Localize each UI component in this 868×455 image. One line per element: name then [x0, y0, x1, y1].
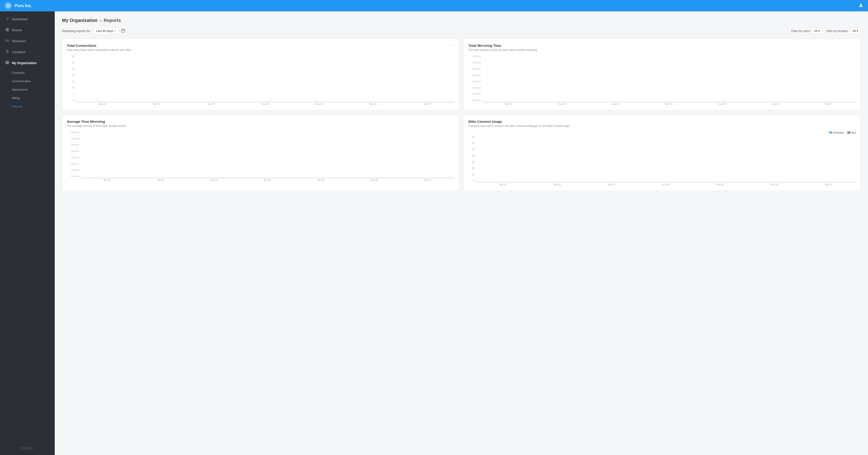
legend-app: App	[847, 131, 856, 134]
chart-total-mirroring-title: Total Mirroring Time	[468, 44, 537, 48]
y-axis-ditto: 0 10 20 30 40 50 60 70	[468, 136, 476, 182]
dashboard-icon	[5, 17, 9, 22]
chart-total-mirroring-area: 00:00:00 00:00:05 00:00:10 00:00:15 00:0…	[468, 55, 856, 106]
app-title: Pura Inc.	[14, 3, 32, 8]
sidebar-nav: Dashboard Rooms Receivers	[0, 11, 55, 442]
bar-group-ditto-6	[747, 181, 802, 182]
sidebar-subnav: Company Customization Deployment Billing…	[0, 68, 55, 111]
sidebar-item-locations[interactable]: Locations	[0, 47, 55, 57]
sidebar-item-receivers[interactable]: Receivers	[0, 36, 55, 47]
toolbar-left: Displaying reports for: Last 90 Days ▾	[62, 28, 125, 34]
app-logo	[5, 2, 12, 9]
svg-rect-8	[7, 30, 9, 31]
chart-ditto-connect-title: Ditto Connect Usage	[468, 120, 570, 123]
chart-ditto-connect-area: 0 10 20 30 40 50 60 70	[468, 136, 856, 186]
chart-total-connections-subtitle: How many times users connected a device …	[67, 48, 131, 52]
filter-location-chevron: ▾	[857, 29, 858, 33]
y-axis-mirroring: 00:00:00 00:00:05 00:00:10 00:00:15 00:0…	[468, 55, 482, 102]
chart-ditto-connect-header: Ditto Connect Usage Compare how users co…	[468, 120, 856, 131]
chart-avg-mirroring-subtitle: The average amount of time each session …	[67, 124, 126, 127]
bar-chart-ditto: 0 10 20 30 40 50 60 70	[468, 136, 856, 186]
bar-group-ditto-2	[530, 181, 584, 182]
filter-room-label: Filter by room:	[792, 29, 810, 33]
breadcrumb-current: Reports	[104, 18, 121, 23]
x-labels-mirroring: Nov 01 Nov 02 Nov 03 Nov 04 Nov 05 Nov 0…	[482, 103, 856, 106]
sidebar-subitem-customization[interactable]: Customization	[0, 77, 55, 85]
toolbar: Displaying reports for: Last 90 Days ▾	[62, 28, 861, 34]
chevron-down-icon: ▾	[115, 30, 116, 32]
bars-connections	[76, 101, 454, 102]
chart-total-connections-area: 0 5 10 15 20 25 30 35	[67, 55, 454, 106]
topbar: Pura Inc.	[0, 0, 868, 11]
sidebar-subitem-reports[interactable]: Reports	[0, 102, 55, 111]
bar-group-ditto-1	[476, 181, 530, 182]
locations-icon	[5, 50, 9, 54]
filter-room-group: Filter by room: All ▾	[792, 28, 823, 34]
legend-app-dot	[847, 132, 850, 134]
chart-total-mirroring: Total Mirroring Time The total amount of…	[464, 39, 861, 110]
sidebar-item-rooms[interactable]: Rooms	[0, 25, 55, 36]
calendar-icon[interactable]	[121, 29, 125, 33]
svg-rect-6	[7, 28, 9, 29]
ditto-logo-text: Ditto®	[21, 446, 33, 450]
bar-group-ditto-5	[693, 181, 747, 182]
svg-point-4	[6, 18, 9, 20]
sidebar-item-label-locations: Locations	[12, 50, 26, 54]
sidebar: Dashboard Rooms Receivers	[0, 11, 55, 455]
sidebar-subitem-billing[interactable]: Billing	[0, 94, 55, 102]
filter-location-select[interactable]: All ▾	[850, 28, 861, 34]
svg-rect-5	[6, 28, 7, 29]
chart-ditto-connect-subtitle: Compare how users connect: the Ditto Con…	[468, 124, 570, 127]
sidebar-subitem-company[interactable]: Company	[0, 68, 55, 77]
legend-webpage: Webpage	[829, 131, 844, 134]
bar-chart-avg-inner: 00:00:00 00:00:05 00:00:10 00:00:15 00:0…	[67, 131, 454, 177]
chart-total-connections-titles: Total Connections How many times users c…	[67, 44, 131, 55]
filter-room-chevron: ▾	[818, 29, 820, 33]
svg-point-2	[860, 3, 862, 5]
sidebar-item-label-my-organization: My Organization	[12, 61, 37, 65]
filter-location-label: Filter by location:	[826, 29, 848, 33]
sidebar-item-dashboard[interactable]: Dashboard	[0, 14, 55, 25]
chart-avg-mirroring-title: Average Time Mirroring	[67, 120, 126, 123]
receivers-icon	[5, 39, 9, 44]
svg-point-11	[7, 51, 7, 51]
svg-point-3	[7, 19, 8, 19]
chart-ditto-connect-legend: Webpage App	[468, 131, 856, 134]
svg-rect-16	[122, 29, 125, 32]
bar-group-ditto-3	[584, 181, 639, 182]
sidebar-subitem-label-deployment: Deployment	[12, 88, 28, 91]
filter-room-select[interactable]: All ▾	[812, 28, 823, 34]
svg-rect-14	[6, 63, 7, 64]
x-labels-avg: Nov 01 Nov 02 Nov 03 Nov 04 Nov 05 Nov 0…	[81, 179, 454, 181]
chart-avg-mirroring-area: 00:00:00 00:00:05 00:00:10 00:00:15 00:0…	[67, 131, 454, 181]
sidebar-item-my-organization[interactable]: My Organization	[0, 57, 55, 68]
bar-chart-ditto-inner: 0 10 20 30 40 50 60 70	[468, 136, 856, 182]
breadcrumb: My Organization » Reports	[62, 18, 861, 23]
bar-group-ditto-7	[802, 181, 856, 182]
date-range-select[interactable]: Last 90 Days ▾	[93, 28, 119, 34]
sidebar-item-label-rooms: Rooms	[12, 28, 22, 32]
displaying-label: Displaying reports for:	[62, 29, 91, 33]
legend-app-label: App	[851, 131, 856, 134]
x-labels-ditto: Nov 01 Nov 02 Nov 03 Nov 04 Nov 05 Nov 0…	[476, 183, 856, 186]
legend-webpage-label: Webpage	[833, 131, 844, 134]
sidebar-subitem-label-reports: Reports	[12, 105, 22, 108]
chart-total-connections-header: Total Connections How many times users c…	[67, 44, 454, 55]
svg-rect-7	[6, 30, 7, 31]
date-range-value: Last 90 Days	[96, 29, 113, 33]
user-icon[interactable]	[859, 3, 863, 9]
chart-minimize-icon[interactable]: −	[452, 44, 454, 48]
filter-location-value: All	[852, 29, 856, 33]
svg-rect-12	[6, 61, 7, 62]
chart-ditto-connect-titles: Ditto Connect Usage Compare how users co…	[468, 120, 570, 131]
sidebar-item-label-dashboard: Dashboard	[12, 17, 28, 21]
main-content: My Organization » Reports Displaying rep…	[55, 11, 868, 455]
organization-icon	[5, 61, 9, 65]
sidebar-subitem-deployment[interactable]: Deployment	[0, 85, 55, 94]
legend-webpage-dot	[829, 132, 832, 134]
bar-chart-mirroring: 00:00:00 00:00:05 00:00:10 00:00:15 00:0…	[468, 55, 856, 106]
bars-ditto	[476, 181, 856, 182]
bar-chart-avg: 00:00:00 00:00:05 00:00:10 00:00:15 00:0…	[67, 131, 454, 181]
breadcrumb-separator: »	[99, 18, 102, 23]
svg-point-1	[7, 5, 9, 6]
